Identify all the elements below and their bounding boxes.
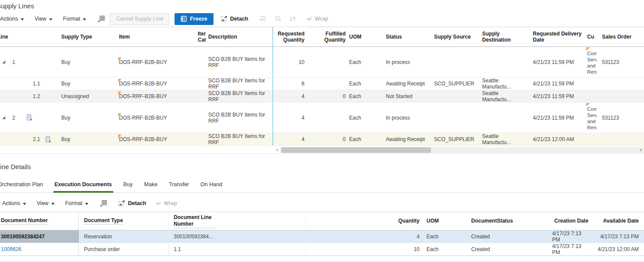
supply-lines-table-header: Line Supply Type Item Item Cat Descripti…: [0, 27, 644, 47]
description-cell: SCO B2B BUY Items for RRF: [206, 47, 273, 77]
documents-table-header: Document Number Document Type Document L…: [0, 212, 644, 230]
wrap-button[interactable]: Wrap: [155, 200, 177, 206]
tab-make[interactable]: Make: [143, 178, 159, 193]
document-row-selected[interactable]: 300100592384247 Reservation 300100592384…: [0, 230, 644, 243]
document-row[interactable]: 1009626 Purchase order 1.1 10 Each Creat…: [0, 243, 644, 256]
col-header-creation-date[interactable]: Creation Date: [547, 212, 589, 230]
scrollbar-thumb[interactable]: [281, 147, 431, 153]
col-header-uom[interactable]: UOM: [348, 27, 381, 46]
supply-lines-toolbar: Actions View Format Cancel Supply Line F…: [0, 12, 644, 25]
actions-menu-label: Actions: [0, 16, 18, 22]
customer-cell: Computer Service and Rentals: [584, 47, 597, 77]
item-cell: DOS-RRF-B2B-BUY: [113, 90, 196, 102]
view-menu[interactable]: View: [35, 16, 52, 22]
export-to-excel-icon[interactable]: [99, 199, 108, 208]
supply-destination-cell: Seattle Manufactu...: [479, 90, 528, 102]
requested-qty-cell: 4: [273, 103, 306, 133]
uom-cell: Each: [422, 243, 464, 255]
format-menu-label: Format: [63, 16, 80, 22]
supply-source-cell: SCO_SUPPLIER: [430, 133, 479, 145]
col-header-document-line-number[interactable]: Document Line Number: [168, 212, 306, 230]
line-number: 2.1: [33, 136, 40, 142]
col-header-fulfilled-quantity[interactable]: Fulfilled Quantity: [306, 27, 348, 46]
status-cell: In process: [381, 103, 430, 133]
show-as-top-icon[interactable]: [288, 14, 297, 23]
description-cell: SCO B2B BUY Items for RRF: [206, 90, 273, 102]
flag-icon: [586, 103, 590, 106]
uom-cell: Each: [348, 90, 381, 102]
col-header-requested-quantity[interactable]: Requested Quantity: [273, 27, 306, 46]
requested-qty-cell: 6: [273, 78, 306, 90]
col-header-uom[interactable]: UOM: [422, 212, 464, 230]
delivery-date-cell: 4/21/23 11:59 PM: [528, 90, 584, 102]
col-header-description[interactable]: Description: [206, 27, 273, 46]
wrap-icon: [155, 200, 161, 206]
supply-line-row[interactable]: 1 Buy DOS-RRF-B2B-BUY SCO B2B BUY Items …: [0, 47, 644, 78]
go-to-top-icon[interactable]: [259, 14, 267, 23]
actions-menu[interactable]: Actions: [2, 200, 26, 206]
detach-button-label: Detach: [230, 16, 248, 22]
uom-cell: Each: [348, 47, 381, 77]
document-number-cell[interactable]: 300100592384247: [0, 230, 79, 243]
col-header-document-status[interactable]: DocumentStatus: [464, 212, 547, 230]
detach-button-label: Detach: [128, 200, 146, 206]
sales-order-cell: 531123: [597, 47, 644, 77]
split-line-document-icon[interactable]: [27, 114, 32, 121]
detach-button[interactable]: Detach: [220, 15, 248, 22]
delivery-date-cell: 4/21/23 12:00 AM: [528, 133, 584, 145]
flag-icon: [118, 135, 122, 138]
col-header-item[interactable]: Item: [113, 27, 196, 46]
bottom-divider: [0, 261, 644, 262]
go-up-icon[interactable]: [273, 14, 282, 23]
line-number: 2: [12, 115, 15, 121]
supply-source-cell: [430, 47, 479, 77]
page: Supply Lines Actions View Format Cancel …: [0, 0, 644, 262]
col-header-supply-type[interactable]: Supply Type: [56, 27, 113, 46]
expand-caret-icon[interactable]: [2, 116, 5, 119]
scroll-left-arrow[interactable]: ‹: [274, 147, 280, 153]
item-cell: DOS-RRF-B2B-BUY: [113, 133, 196, 145]
freeze-button[interactable]: Freeze: [175, 13, 214, 25]
col-header-supply-source[interactable]: Supply Source: [430, 27, 479, 46]
tab-orchestration-plan[interactable]: Orchestration Plan: [0, 178, 45, 193]
col-header-customer[interactable]: Cu: [584, 27, 597, 46]
col-header-status[interactable]: Status: [381, 27, 430, 46]
scrollbar-track[interactable]: [280, 147, 637, 153]
tab-execution-documents[interactable]: Execution Documents: [53, 178, 113, 193]
col-header-item-category[interactable]: Item Cat: [196, 27, 206, 46]
expand-caret-icon[interactable]: [2, 60, 5, 64]
actions-menu[interactable]: Actions: [0, 16, 24, 22]
format-menu[interactable]: Format: [63, 16, 87, 22]
tab-transfer[interactable]: Transfer: [168, 178, 190, 193]
export-to-excel-icon[interactable]: [97, 14, 105, 23]
col-header-requested-delivery-date[interactable]: Requested Delivery Date: [528, 27, 584, 46]
col-header-line[interactable]: Line: [0, 27, 56, 46]
scroll-right-arrow[interactable]: ›: [637, 147, 644, 153]
col-header-document-type[interactable]: Document Type: [79, 212, 168, 230]
view-menu[interactable]: View: [37, 200, 55, 206]
wrap-button[interactable]: Wrap: [306, 16, 328, 22]
col-header-document-number[interactable]: Document Number: [0, 212, 79, 230]
tab-on-hand[interactable]: On Hand: [199, 178, 224, 193]
supply-line-row[interactable]: 2 Buy DOS-RRF-B2B-BUY SCO B2B BUY Items …: [0, 103, 644, 133]
uom-cell: Each: [348, 78, 381, 90]
line-number: 1: [12, 59, 15, 65]
format-menu[interactable]: Format: [65, 200, 89, 206]
col-header-supply-destination[interactable]: Supply Destination: [479, 27, 528, 46]
requested-qty-cell: 4: [273, 90, 306, 102]
detach-button[interactable]: Detach: [118, 200, 146, 207]
col-header-available-date[interactable]: Available Date: [589, 212, 644, 230]
col-header-sales-order[interactable]: Sales Order: [597, 27, 644, 46]
col-header-quantity[interactable]: Quantity: [306, 212, 422, 230]
supply-line-row-current[interactable]: 2.1 Buy DOS-RRF-B2B-BUY SCO B2B BUY Item…: [0, 133, 644, 146]
flag-icon: [118, 57, 122, 61]
split-line-document-icon[interactable]: [46, 136, 51, 143]
cancel-supply-line-button[interactable]: Cancel Supply Line: [110, 13, 169, 25]
document-status-cell: Created: [464, 230, 547, 243]
document-number-link[interactable]: 1009626: [1, 246, 21, 252]
tab-buy[interactable]: Buy: [122, 178, 134, 193]
supply-line-row[interactable]: 1.2 Unassigned DOS-RRF-B2B-BUY SCO B2B B…: [0, 90, 644, 103]
horizontal-scrollbar[interactable]: ‹ ›: [274, 147, 644, 153]
supply-source-cell: SCO_SUPPLIER: [430, 78, 479, 90]
supply-line-row[interactable]: 1.1 Buy DOS-RRF-B2B-BUY SCO B2B BUY Item…: [0, 78, 644, 90]
